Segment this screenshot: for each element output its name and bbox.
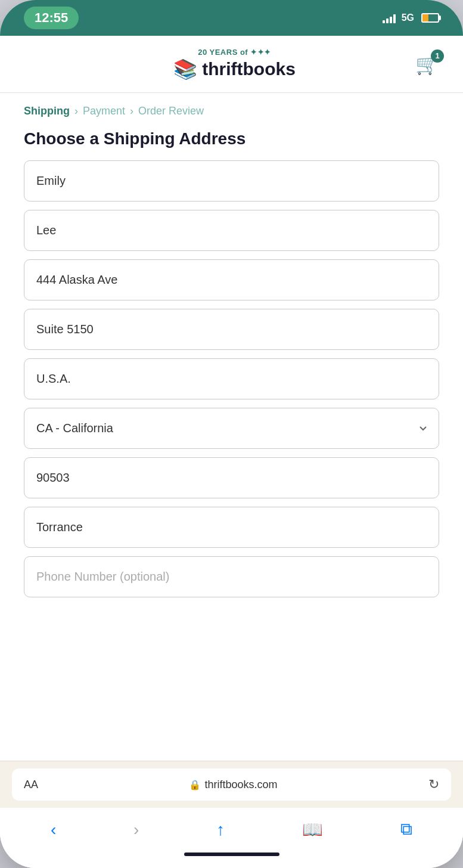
network-type: 5G — [402, 13, 414, 23]
breadcrumb-shipping[interactable]: Shipping — [24, 105, 70, 117]
browser-nav: ‹ › ↑ 📖 ⧉ — [0, 808, 463, 847]
first-name-input[interactable] — [24, 160, 439, 202]
breadcrumb-sep-2: › — [130, 105, 133, 117]
signal-bars-icon — [383, 13, 396, 23]
font-size-control[interactable]: AA — [24, 779, 38, 791]
forward-button[interactable]: › — [128, 818, 145, 842]
app-header: 20 YEARS of ✦✦✦ 📚 thriftbooks 🛒 1 — [0, 36, 463, 93]
home-bar — [184, 852, 279, 856]
browser-bar: AA 🔒 thriftbooks.com ↻ — [0, 761, 463, 808]
url-text: thriftbooks.com — [204, 779, 277, 791]
city-input[interactable] — [24, 507, 439, 548]
logo-tagline-text: 20 YEARS of — [198, 48, 248, 57]
address1-input[interactable] — [24, 259, 439, 300]
shipping-form — [0, 160, 463, 761]
status-time: 12:55 — [24, 7, 79, 29]
logo: 20 YEARS of ✦✦✦ 📚 thriftbooks — [173, 48, 296, 80]
battery-icon — [421, 13, 439, 23]
lock-icon: 🔒 — [189, 779, 201, 790]
last-name-input[interactable] — [24, 210, 439, 251]
page-title: Choose a Shipping Address — [0, 123, 463, 160]
breadcrumb-sep-1: › — [74, 105, 78, 117]
status-bar: 12:55 5G — [0, 0, 463, 36]
cart-button[interactable]: 🛒 1 — [415, 53, 439, 76]
breadcrumb-order-review[interactable]: Order Review — [138, 105, 204, 117]
phone-frame: 12:55 5G 20 YEARS of ✦✦✦ — [0, 0, 463, 868]
logo-main: 📚 thriftbooks — [173, 58, 296, 80]
tabs-button[interactable]: ⧉ — [394, 817, 418, 842]
status-icons: 5G — [383, 13, 439, 23]
back-button[interactable]: ‹ — [45, 818, 62, 842]
address2-input[interactable] — [24, 309, 439, 350]
zip-input[interactable] — [24, 457, 439, 498]
phone-input[interactable] — [24, 556, 439, 597]
url-bar[interactable]: AA 🔒 thriftbooks.com ↻ — [12, 768, 451, 801]
app-content: 20 YEARS of ✦✦✦ 📚 thriftbooks 🛒 1 Shippi… — [0, 36, 463, 868]
logo-brand-text: thriftbooks — [202, 59, 296, 79]
breadcrumb-payment[interactable]: Payment — [83, 105, 125, 117]
home-indicator — [0, 847, 463, 868]
refresh-icon[interactable]: ↻ — [428, 777, 439, 792]
share-button[interactable]: ↑ — [210, 818, 231, 842]
state-select[interactable] — [24, 408, 439, 449]
logo-stars: ✦✦✦ — [250, 48, 271, 57]
country-input[interactable] — [24, 358, 439, 399]
bookmarks-button[interactable]: 📖 — [296, 817, 329, 842]
book-logo-icon: 📚 — [173, 58, 197, 80]
breadcrumb: Shipping › Payment › Order Review — [0, 93, 463, 123]
logo-tagline: 20 YEARS of ✦✦✦ — [198, 48, 271, 57]
cart-badge: 1 — [431, 49, 444, 63]
url-address: 🔒 thriftbooks.com — [189, 779, 277, 791]
